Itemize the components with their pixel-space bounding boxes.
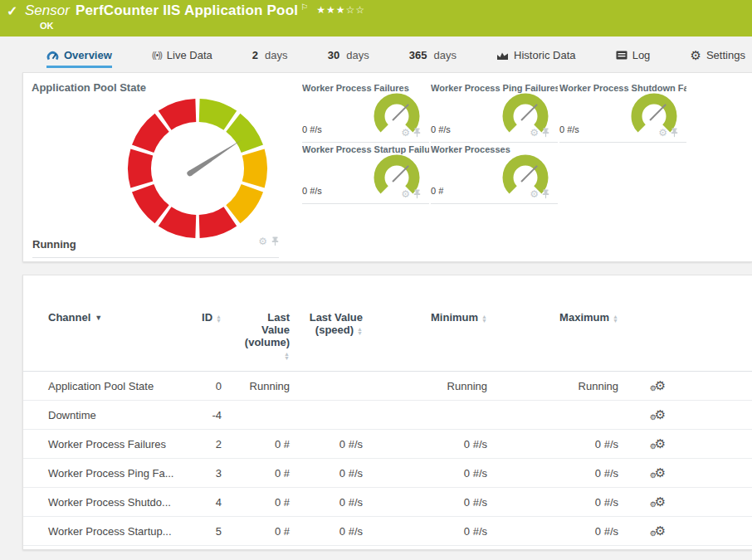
tab-30-days[interactable]: 30 days: [328, 49, 369, 68]
table-row[interactable]: Worker Processes 1 0 # 0 # 0 # ⚙⚙: [23, 546, 752, 551]
tab-label: Live Data: [167, 49, 212, 61]
channel-id: 3: [185, 459, 237, 488]
gauge-settings-gear-icon[interactable]: ⚙: [658, 129, 667, 137]
gauge-worker-process-failures: Worker Process Failures 0 #/s ⚙: [302, 81, 429, 143]
maximum-value: Running: [502, 372, 633, 401]
pin-icon[interactable]: [671, 128, 678, 138]
last-value-speed: 0 #/s: [305, 430, 378, 459]
channel-name[interactable]: Worker Process Startup...: [23, 517, 185, 546]
channel-id: 0: [185, 372, 237, 401]
sort-icon[interactable]: ▲▼: [216, 314, 222, 323]
tab-settings[interactable]: ⚙ Settings: [691, 49, 745, 68]
table-row[interactable]: Downtime -4 ⚙⚙: [23, 401, 752, 430]
last-value-volume: 0 #: [237, 488, 305, 517]
sort-icon[interactable]: ▲▼: [481, 314, 487, 323]
gauge-value: 0 #/s: [302, 124, 322, 134]
column-header-channel[interactable]: Channel▼: [23, 275, 185, 372]
tab-label: Historic Data: [514, 49, 575, 61]
sort-icon[interactable]: ▲▼: [284, 352, 290, 360]
sort-icon[interactable]: ▲▼: [613, 314, 618, 323]
gauge-worker-process-startup-failures: Worker Process Startup Failu... 0 #/s ⚙: [302, 143, 429, 204]
table-row[interactable]: Worker Process Startup... 5 0 # 0 #/s 0 …: [23, 517, 752, 546]
channel-settings-icon[interactable]: ⚙⚙: [655, 410, 666, 420]
tab-number: 2: [252, 49, 258, 61]
sort-icon[interactable]: ▲▼: [357, 327, 363, 335]
channel-settings-icon[interactable]: ⚙⚙: [655, 439, 666, 449]
last-value-volume: Running: [237, 372, 305, 401]
small-gauges-grid: Worker Process Failures 0 #/s ⚙ Worker P…: [295, 81, 752, 261]
last-value-speed: [305, 546, 378, 551]
broadcast-icon: ((•)): [152, 51, 162, 60]
gauge-settings-gear-icon[interactable]: ⚙: [401, 129, 410, 137]
pin-icon[interactable]: [413, 128, 421, 138]
table-row[interactable]: Worker Process Failures 2 0 # 0 #/s 0 #/…: [23, 430, 752, 459]
channel-settings-icon[interactable]: ⚙⚙: [655, 497, 666, 507]
column-header-last-value-volume[interactable]: Last Value(volume)▲▼: [237, 275, 305, 372]
gauge-value: 0 #/s: [431, 124, 451, 134]
gauge-settings-gear-icon[interactable]: ⚙: [530, 190, 539, 198]
channel-id: 2: [185, 430, 237, 459]
column-header-maximum[interactable]: Maximum▲▼: [502, 275, 633, 372]
tab-bar: Overview ((•)) Live Data 2 days 30 days …: [0, 37, 752, 68]
pin-icon[interactable]: [542, 189, 549, 199]
pin-icon[interactable]: [413, 189, 421, 199]
main-gauge-title: Application Pool State: [32, 81, 295, 94]
channel-settings-icon[interactable]: ⚙⚙: [655, 526, 666, 536]
column-header-minimum[interactable]: Minimum▲▼: [378, 275, 502, 372]
tab-label: Log: [632, 49, 651, 61]
tab-label: days: [433, 49, 456, 61]
channel-name[interactable]: Worker Process Ping Fa...: [23, 459, 185, 488]
gear-icon: ⚙: [691, 51, 701, 61]
flag-icon[interactable]: ⚐: [300, 2, 308, 12]
pin-icon[interactable]: [271, 236, 279, 246]
maximum-value: [502, 401, 633, 430]
channel-settings-icon[interactable]: ⚙⚙: [655, 468, 666, 478]
last-value-volume: 0 #: [237, 430, 305, 459]
gauge-worker-processes: Worker Processes 0 # ⚙: [431, 143, 558, 204]
channel-name[interactable]: Worker Process Shutdo...: [23, 488, 185, 517]
tab-historic-data[interactable]: Historic Data: [496, 49, 575, 68]
tab-number: 365: [409, 49, 427, 61]
column-header-last-value-speed[interactable]: Last Value(speed)▲▼: [305, 275, 378, 372]
minimum-value: [378, 401, 502, 430]
minimum-value: 0 #/s: [378, 459, 502, 488]
minimum-value: Running: [378, 372, 502, 401]
table-row[interactable]: Worker Process Shutdo... 4 0 # 0 #/s 0 #…: [23, 488, 752, 517]
tab-2-days[interactable]: 2 days: [252, 49, 288, 68]
tab-number: 30: [328, 49, 339, 61]
channel-id: 1: [185, 546, 237, 551]
gauge-settings-gear-icon[interactable]: ⚙: [530, 129, 539, 137]
last-value-speed: 0 #/s: [305, 459, 378, 488]
tab-365-days[interactable]: 365 days: [409, 49, 457, 68]
tab-overview[interactable]: Overview: [46, 49, 112, 68]
channel-settings-icon[interactable]: ⚙⚙: [655, 381, 666, 391]
channel-name[interactable]: Worker Process Failures: [23, 430, 185, 459]
tab-label: Overview: [64, 49, 112, 61]
gauge-icon: [46, 50, 59, 61]
channel-name[interactable]: Downtime: [23, 401, 185, 430]
last-value-volume: 0 #: [237, 517, 305, 546]
maximum-value: 0 #/s: [502, 459, 633, 488]
maximum-value: 0 #/s: [502, 517, 633, 546]
gauge-value: 0 #/s: [559, 124, 579, 134]
table-row[interactable]: Worker Process Ping Fa... 3 0 # 0 #/s 0 …: [23, 459, 752, 488]
priority-stars[interactable]: ★★★☆☆: [316, 4, 365, 16]
main-gauge-footer: Running ⚙: [32, 236, 279, 258]
last-value-speed: [305, 372, 378, 401]
sensor-kind-label: Sensor: [25, 2, 70, 18]
gauge-settings-gear-icon[interactable]: ⚙: [258, 237, 267, 246]
maximum-value: 0 #/s: [502, 430, 633, 459]
gauge-worker-process-shutdown-failures: Worker Process Shutdown Fa... 0 #/s ⚙: [559, 81, 686, 143]
minimum-value: 0 #: [378, 546, 502, 551]
column-header-id[interactable]: ID▲▼: [185, 275, 237, 372]
pin-icon[interactable]: [542, 128, 549, 138]
channel-name[interactable]: Worker Processes: [23, 546, 185, 551]
gauge-settings-gear-icon[interactable]: ⚙: [401, 190, 410, 198]
tab-log[interactable]: Log: [616, 49, 651, 68]
channel-name[interactable]: Application Pool State: [23, 372, 185, 401]
maximum-value: 0 #/s: [502, 488, 633, 517]
table-row[interactable]: Application Pool State 0 Running Running…: [23, 372, 752, 401]
tab-live-data[interactable]: ((•)) Live Data: [152, 49, 212, 68]
channel-id: 5: [185, 517, 237, 546]
maximum-value: 0 #: [502, 546, 633, 551]
